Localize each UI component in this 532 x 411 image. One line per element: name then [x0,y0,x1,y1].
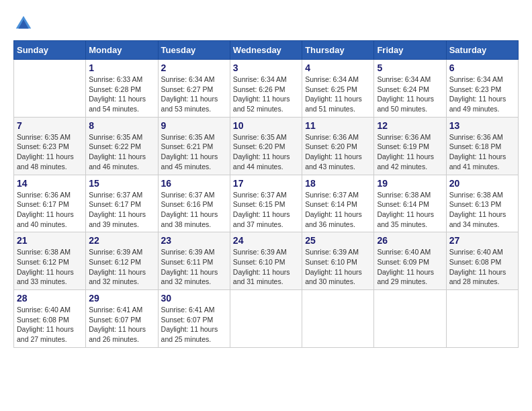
day-cell: 25Sunrise: 6:39 AMSunset: 6:10 PMDayligh… [302,232,374,290]
day-number: 18 [305,178,371,189]
day-number: 8 [89,120,154,131]
day-info: Sunrise: 6:37 AMSunset: 6:14 PMDaylight:… [305,190,371,230]
day-number: 2 [161,62,227,73]
week-row-3: 14Sunrise: 6:36 AMSunset: 6:17 PMDayligh… [14,175,519,232]
day-info: Sunrise: 6:37 AMSunset: 6:17 PMDaylight:… [89,190,154,230]
day-cell: 10Sunrise: 6:35 AMSunset: 6:20 PMDayligh… [230,117,302,175]
day-cell: 8Sunrise: 6:35 AMSunset: 6:22 PMDaylight… [86,117,158,175]
header-row: SundayMondayTuesdayWednesdayThursdayFrid… [14,41,519,60]
column-header-friday: Friday [374,41,446,60]
calendar-header: SundayMondayTuesdayWednesdayThursdayFrid… [14,41,519,60]
day-info: Sunrise: 6:38 AMSunset: 6:12 PMDaylight:… [17,247,83,287]
logo-icon [13,13,34,34]
day-number: 19 [377,178,443,189]
day-number: 16 [161,178,227,189]
day-number: 10 [233,120,299,131]
day-cell: 11Sunrise: 6:36 AMSunset: 6:20 PMDayligh… [302,117,374,175]
day-info: Sunrise: 6:39 AMSunset: 6:12 PMDaylight:… [89,247,154,287]
day-number: 11 [305,120,371,131]
day-number: 9 [161,120,227,131]
day-number: 5 [377,62,443,73]
day-cell: 9Sunrise: 6:35 AMSunset: 6:21 PMDaylight… [158,117,230,175]
day-number: 23 [161,235,227,246]
day-info: Sunrise: 6:40 AMSunset: 6:08 PMDaylight:… [449,247,515,287]
day-info: Sunrise: 6:41 AMSunset: 6:07 PMDaylight:… [89,305,154,345]
day-number: 6 [449,62,515,73]
day-number: 3 [233,62,299,73]
day-cell [302,290,374,348]
day-number: 14 [17,178,83,189]
day-cell: 13Sunrise: 6:36 AMSunset: 6:18 PMDayligh… [446,117,518,175]
day-number: 24 [233,235,299,246]
day-number: 13 [449,120,515,131]
week-row-4: 21Sunrise: 6:38 AMSunset: 6:12 PMDayligh… [14,232,519,290]
day-cell: 1Sunrise: 6:33 AMSunset: 6:28 PMDaylight… [86,60,158,118]
day-cell [374,290,446,348]
day-cell: 29Sunrise: 6:41 AMSunset: 6:07 PMDayligh… [86,290,158,348]
column-header-thursday: Thursday [302,41,374,60]
day-info: Sunrise: 6:37 AMSunset: 6:16 PMDaylight:… [161,190,227,230]
day-info: Sunrise: 6:34 AMSunset: 6:23 PMDaylight:… [449,75,515,114]
day-cell [446,290,518,348]
day-number: 29 [89,293,154,304]
day-info: Sunrise: 6:34 AMSunset: 6:26 PMDaylight:… [233,75,299,114]
day-info: Sunrise: 6:38 AMSunset: 6:13 PMDaylight:… [449,190,515,230]
day-info: Sunrise: 6:38 AMSunset: 6:14 PMDaylight:… [377,190,443,230]
day-info: Sunrise: 6:36 AMSunset: 6:17 PMDaylight:… [17,190,83,230]
day-info: Sunrise: 6:39 AMSunset: 6:10 PMDaylight:… [305,247,371,287]
day-number: 20 [449,178,515,189]
day-cell: 15Sunrise: 6:37 AMSunset: 6:17 PMDayligh… [86,175,158,232]
day-number: 27 [449,235,515,246]
day-number: 28 [17,293,83,304]
day-number: 15 [89,178,154,189]
day-cell: 27Sunrise: 6:40 AMSunset: 6:08 PMDayligh… [446,232,518,290]
day-cell: 28Sunrise: 6:40 AMSunset: 6:08 PMDayligh… [14,290,86,348]
day-cell: 12Sunrise: 6:36 AMSunset: 6:19 PMDayligh… [374,117,446,175]
day-cell: 24Sunrise: 6:39 AMSunset: 6:10 PMDayligh… [230,232,302,290]
day-number: 30 [161,293,227,304]
week-row-1: 1Sunrise: 6:33 AMSunset: 6:28 PMDaylight… [14,60,519,118]
day-info: Sunrise: 6:34 AMSunset: 6:24 PMDaylight:… [377,75,443,114]
day-info: Sunrise: 6:33 AMSunset: 6:28 PMDaylight:… [89,75,154,114]
day-cell: 19Sunrise: 6:38 AMSunset: 6:14 PMDayligh… [374,175,446,232]
day-cell: 26Sunrise: 6:40 AMSunset: 6:09 PMDayligh… [374,232,446,290]
column-header-monday: Monday [86,41,158,60]
day-info: Sunrise: 6:40 AMSunset: 6:08 PMDaylight:… [17,305,83,345]
day-info: Sunrise: 6:35 AMSunset: 6:23 PMDaylight:… [17,132,83,172]
day-cell: 3Sunrise: 6:34 AMSunset: 6:26 PMDaylight… [230,60,302,118]
day-cell: 7Sunrise: 6:35 AMSunset: 6:23 PMDaylight… [14,117,86,175]
column-header-tuesday: Tuesday [158,41,230,60]
column-header-wednesday: Wednesday [230,41,302,60]
column-header-saturday: Saturday [446,41,518,60]
day-info: Sunrise: 6:34 AMSunset: 6:25 PMDaylight:… [305,75,371,114]
day-number: 22 [89,235,154,246]
day-number: 4 [305,62,371,73]
day-info: Sunrise: 6:37 AMSunset: 6:15 PMDaylight:… [233,190,299,230]
day-info: Sunrise: 6:35 AMSunset: 6:22 PMDaylight:… [89,132,154,172]
day-cell: 4Sunrise: 6:34 AMSunset: 6:25 PMDaylight… [302,60,374,118]
day-number: 26 [377,235,443,246]
calendar-table: SundayMondayTuesdayWednesdayThursdayFrid… [13,40,519,348]
day-info: Sunrise: 6:35 AMSunset: 6:20 PMDaylight:… [233,132,299,172]
day-cell [230,290,302,348]
day-info: Sunrise: 6:41 AMSunset: 6:07 PMDaylight:… [161,305,227,345]
day-cell: 30Sunrise: 6:41 AMSunset: 6:07 PMDayligh… [158,290,230,348]
day-info: Sunrise: 6:40 AMSunset: 6:09 PMDaylight:… [377,247,443,287]
day-cell: 14Sunrise: 6:36 AMSunset: 6:17 PMDayligh… [14,175,86,232]
day-cell: 20Sunrise: 6:38 AMSunset: 6:13 PMDayligh… [446,175,518,232]
day-info: Sunrise: 6:35 AMSunset: 6:21 PMDaylight:… [161,132,227,172]
day-number: 21 [17,235,83,246]
column-header-sunday: Sunday [14,41,86,60]
day-info: Sunrise: 6:39 AMSunset: 6:10 PMDaylight:… [233,247,299,287]
day-info: Sunrise: 6:36 AMSunset: 6:19 PMDaylight:… [377,132,443,172]
day-cell: 23Sunrise: 6:39 AMSunset: 6:11 PMDayligh… [158,232,230,290]
logo [13,13,35,34]
day-number: 17 [233,178,299,189]
day-cell: 18Sunrise: 6:37 AMSunset: 6:14 PMDayligh… [302,175,374,232]
day-info: Sunrise: 6:36 AMSunset: 6:18 PMDaylight:… [449,132,515,172]
day-info: Sunrise: 6:34 AMSunset: 6:27 PMDaylight:… [161,75,227,114]
day-number: 1 [89,62,154,73]
day-cell: 22Sunrise: 6:39 AMSunset: 6:12 PMDayligh… [86,232,158,290]
day-number: 12 [377,120,443,131]
day-cell: 5Sunrise: 6:34 AMSunset: 6:24 PMDaylight… [374,60,446,118]
